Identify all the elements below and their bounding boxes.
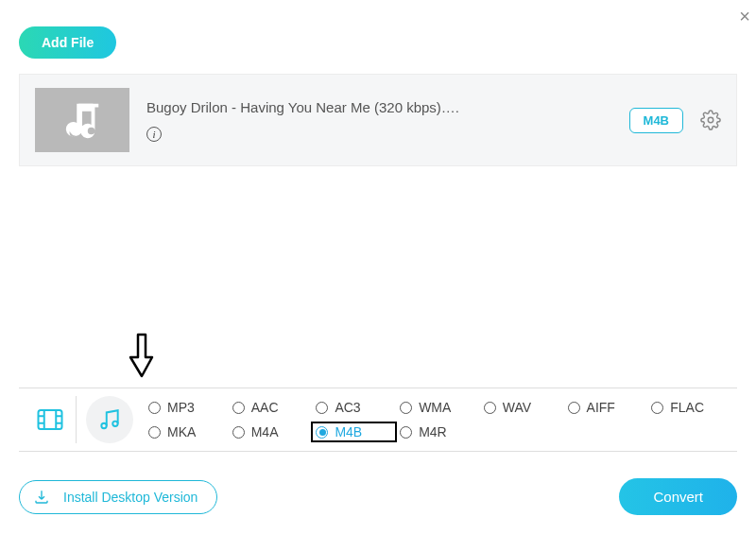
radio-dot [484, 402, 496, 414]
radio-dot [400, 426, 412, 439]
file-title: Bugoy Drilon - Having You Near Me (320 k… [146, 99, 612, 115]
close-icon[interactable]: × [739, 6, 750, 27]
radio-label: AIFF [587, 400, 615, 415]
file-thumbnail [35, 88, 129, 152]
format-panel: MP3AACAC3WMAWAVAIFFFLACMKAM4AM4BM4R [19, 388, 737, 452]
radio-label: M4B [335, 424, 362, 439]
radio-dot [568, 402, 580, 414]
file-meta: Bugoy Drilon - Having You Near Me (320 k… [146, 99, 612, 142]
audio-tab[interactable] [86, 396, 133, 443]
radio-label: WMA [419, 400, 451, 415]
format-radio-aiff[interactable]: AIFF [564, 398, 648, 417]
radio-label: M4R [419, 424, 447, 439]
main-container: Add File Bugoy Drilon - Having You Near … [0, 0, 756, 166]
radio-dot [232, 402, 245, 414]
radio-dot [651, 402, 663, 414]
radio-dot [148, 426, 161, 439]
tab-divider [76, 396, 77, 443]
info-icon[interactable]: i [146, 127, 162, 142]
file-row: Bugoy Drilon - Having You Near Me (320 k… [19, 74, 737, 166]
svg-point-9 [112, 422, 117, 426]
radio-dot [316, 426, 328, 439]
format-radio-m4b[interactable]: M4B [312, 422, 396, 441]
radio-label: AC3 [335, 400, 360, 415]
video-icon [36, 405, 64, 434]
format-radio-ac3[interactable]: AC3 [312, 398, 396, 417]
install-desktop-button[interactable]: Install Desktop Version [19, 480, 217, 514]
format-radio-wav[interactable]: WAV [480, 398, 564, 417]
format-radio-aac[interactable]: AAC [229, 398, 313, 417]
radio-label: AAC [251, 400, 279, 415]
gear-icon[interactable] [700, 110, 721, 130]
format-badge-button[interactable]: M4B [629, 108, 683, 133]
music-icon [97, 407, 122, 432]
radio-label: MKA [167, 424, 196, 439]
footer-bar: Install Desktop Version Convert [19, 478, 737, 515]
radio-dot [232, 426, 245, 439]
radio-dot [400, 402, 412, 414]
format-radio-mka[interactable]: MKA [145, 422, 229, 441]
music-note-icon [60, 98, 104, 142]
format-radio-m4a[interactable]: M4A [229, 422, 313, 441]
format-radio-flac[interactable]: FLAC [647, 398, 731, 417]
svg-point-8 [101, 423, 106, 428]
format-radio-mp3[interactable]: MP3 [145, 398, 229, 417]
format-radio-m4r[interactable]: M4R [396, 422, 480, 441]
convert-button[interactable]: Convert [619, 478, 737, 515]
install-label: Install Desktop Version [63, 490, 198, 505]
svg-rect-1 [39, 410, 62, 429]
radio-label: WAV [503, 400, 531, 415]
add-file-button[interactable]: Add File [19, 26, 116, 59]
radio-dot [316, 402, 328, 414]
radio-label: MP3 [167, 400, 195, 415]
format-radio-wma[interactable]: WMA [396, 398, 480, 417]
download-icon [33, 489, 50, 506]
format-radio-grid: MP3AACAC3WMAWAVAIFFFLACMKAM4AM4BM4R [145, 398, 731, 441]
arrow-annotation [128, 333, 156, 382]
radio-label: M4A [251, 424, 279, 439]
radio-label: FLAC [670, 400, 704, 415]
svg-point-0 [708, 117, 713, 123]
video-tab[interactable] [25, 405, 76, 434]
radio-dot [148, 402, 161, 414]
